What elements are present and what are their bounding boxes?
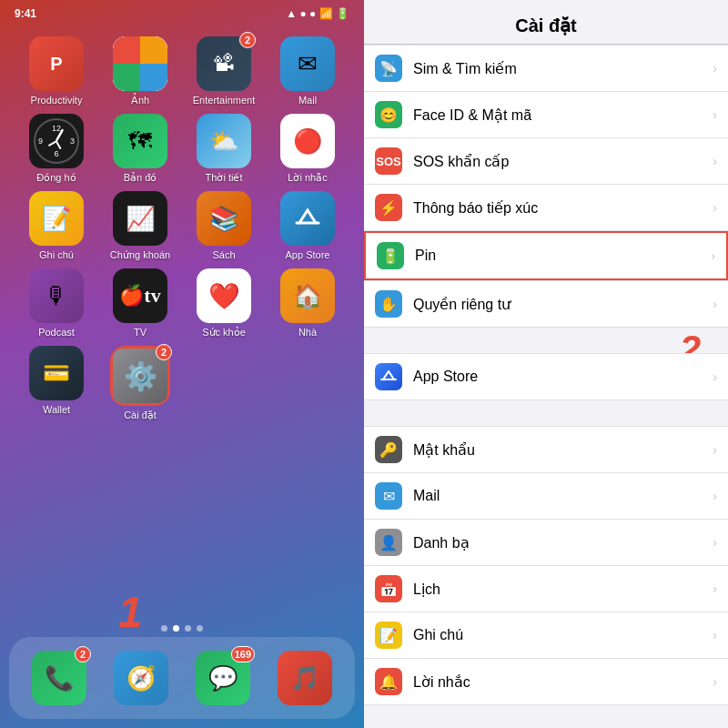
app-books-label: Sách — [212, 249, 235, 260]
settings-item-privacy[interactable]: ✋ Quyền riêng tư › — [364, 280, 728, 328]
app-notes[interactable]: 📝 Ghi chú — [20, 191, 93, 261]
mail-settings-chevron: › — [713, 489, 717, 503]
privacy-chevron: › — [713, 297, 717, 311]
app-maps-label: Bản đồ — [124, 172, 157, 184]
exposure-chevron: › — [713, 200, 717, 215]
app-entertainment-label: Entertainment — [193, 95, 255, 106]
settings-item-reminders[interactable]: 🔔 Lời nhắc › — [364, 659, 728, 705]
settings-item-contacts[interactable]: 👤 Danh bạ › — [364, 520, 728, 566]
settings-section-1: 📡 Sim & Tìm kiếm › 😊 Face ID & Mật mã › … — [364, 45, 728, 231]
passwords-label: Mật khẩu — [413, 441, 713, 459]
privacy-icon: ✋ — [375, 290, 402, 318]
app-tv[interactable]: 🍎tv TV — [104, 268, 177, 339]
app-row-1: P Productivity Ảnh 📽 2 — [15, 36, 349, 106]
app-reminders-label: Lời nhắc — [288, 172, 327, 184]
app-notes-label: Ghi chú — [39, 249, 74, 260]
privacy-label: Quyền riêng tư — [413, 296, 713, 313]
app-books[interactable]: 📚 Sách — [187, 191, 260, 261]
settings-item-sim[interactable]: 📡 Sim & Tìm kiếm › — [364, 45, 728, 92]
app-entertainment[interactable]: 📽 2 Entertainment — [187, 36, 260, 106]
status-time: 9:41 — [15, 7, 36, 20]
app-anh-label: Ảnh — [131, 95, 149, 106]
app-wallet[interactable]: 💳 Wallet — [20, 346, 93, 421]
battery-icon: 🔋 — [377, 242, 404, 269]
app-row-3: 📝 Ghi chú 📈 Chứng khoán 📚 Sách — [15, 191, 349, 261]
app-appstore[interactable]: App Store — [271, 191, 344, 261]
section-gap-1: 2 — [364, 328, 728, 353]
app-reminders[interactable]: 🔴 Lời nhắc — [271, 114, 344, 184]
app-clock[interactable]: 12 3 6 9 Đồng hồ — [20, 114, 93, 184]
notes-settings-icon: 📝 — [375, 622, 402, 649]
settings-item-passwords[interactable]: 🔑 Mật khẩu › — [364, 426, 728, 473]
sim-chevron: › — [713, 61, 717, 76]
app-row-2: 12 3 6 9 Đồng hồ 🗺 Bản đồ — [15, 114, 349, 184]
dock-music[interactable]: 🎵 — [268, 651, 341, 705]
app-anh[interactable]: Ảnh — [104, 36, 177, 106]
app-podcast[interactable]: 🎙 Podcast — [20, 268, 93, 339]
settings-item-battery[interactable]: 🔋 Pin › — [364, 231, 728, 280]
app-tv-label: TV — [134, 327, 147, 338]
app-stocks-label: Chứng khoán — [110, 249, 170, 261]
settings-item-exposure[interactable]: ⚡ Thông báo tiếp xúc › — [364, 185, 728, 231]
appstore-settings-icon — [375, 363, 402, 390]
calendar-icon: 📅 — [375, 575, 402, 602]
faceid-icon: 😊 — [375, 101, 402, 128]
app-productivity[interactable]: P Productivity — [20, 36, 93, 106]
app-stocks[interactable]: 📈 Chứng khoán — [104, 191, 177, 261]
passwords-chevron: › — [713, 442, 717, 457]
contacts-icon: 👤 — [375, 529, 402, 556]
mail-settings-icon: ✉ — [375, 482, 402, 510]
settings-item-faceid[interactable]: 😊 Face ID & Mật mã › — [364, 92, 728, 138]
app-weather[interactable]: ⛅ Thời tiết — [187, 114, 260, 184]
entertainment-badge: 2 — [239, 32, 256, 48]
app-maps[interactable]: 🗺 Bản đồ — [104, 114, 177, 184]
page-dot — [197, 625, 203, 632]
settings-panel: Cài đặt 📡 Sim & Tìm kiếm › 😊 Face ID & M… — [364, 0, 728, 728]
sos-chevron: › — [713, 154, 717, 168]
settings-header: Cài đặt — [364, 0, 728, 45]
app-clock-label: Đồng hồ — [36, 172, 76, 184]
app-empty1 — [187, 346, 260, 421]
app-podcast-label: Podcast — [38, 327, 75, 338]
app-mail[interactable]: ✉ Mail — [271, 36, 344, 106]
sos-icon: SOS — [375, 147, 402, 175]
app-row-5: 💳 Wallet ⚙️ 2 Cài đặt — [15, 346, 349, 421]
sim-label: Sim & Tìm kiếm — [413, 60, 713, 77]
calendar-label: Lịch — [413, 581, 713, 598]
battery-chevron: › — [711, 248, 715, 263]
settings-item-notes[interactable]: 📝 Ghi chú › — [364, 612, 728, 659]
faceid-chevron: › — [713, 107, 717, 122]
section-gap-2 — [364, 400, 728, 426]
settings-title: Cài đặt — [515, 15, 577, 35]
dock-safari[interactable]: 🧭 — [105, 651, 177, 705]
app-home-label: Nhà — [298, 327, 317, 338]
dock-messages[interactable]: 💬 169 — [187, 651, 259, 705]
settings-badge: 2 — [156, 344, 172, 360]
settings-section-battery: 🔋 Pin › — [364, 231, 728, 280]
page-dot — [185, 625, 191, 632]
phone-panel: 9:41 ▲ ● ● 📶 🔋 P Productivity — [0, 0, 364, 728]
settings-list[interactable]: 📡 Sim & Tìm kiếm › 😊 Face ID & Mật mã › … — [364, 45, 728, 728]
app-settings-label: Cài đặt — [124, 410, 157, 421]
battery-label: Pin — [415, 248, 711, 264]
app-health[interactable]: ❤️ Sức khỏe — [187, 268, 260, 339]
app-productivity-label: Productivity — [31, 95, 83, 106]
reminders-settings-chevron: › — [713, 674, 717, 689]
app-home[interactable]: 🏠 Nhà — [271, 268, 344, 339]
reminders-settings-icon: 🔔 — [375, 668, 402, 695]
step1-label: 1 — [118, 587, 143, 637]
settings-item-sos[interactable]: SOS SOS khẩn cấp › — [364, 138, 728, 185]
settings-item-appstore[interactable]: App Store › — [364, 353, 728, 400]
dock-phone[interactable]: 📞 2 — [23, 651, 96, 705]
settings-item-mail[interactable]: ✉ Mail › — [364, 473, 728, 520]
app-appstore-label: App Store — [286, 249, 330, 260]
phone-badge: 2 — [75, 646, 91, 662]
sim-icon: 📡 — [375, 55, 402, 82]
settings-item-calendar[interactable]: 📅 Lịch › — [364, 566, 728, 612]
app-health-label: Sức khỏe — [202, 327, 246, 339]
status-bar: 9:41 ▲ ● ● 📶 🔋 — [0, 0, 364, 27]
sos-label: SOS khẩn cấp — [413, 153, 713, 170]
app-mail-label: Mail — [298, 95, 317, 106]
settings-section-privacy: ✋ Quyền riêng tư › — [364, 280, 728, 328]
app-settings[interactable]: ⚙️ 2 Cài đặt — [104, 346, 177, 421]
